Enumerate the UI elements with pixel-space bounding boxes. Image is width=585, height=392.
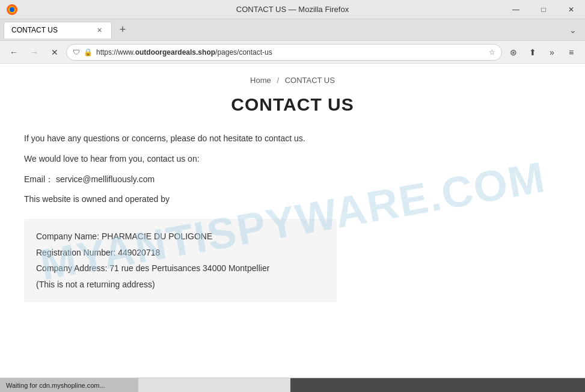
domain-highlight: outdoorgeardeals.shop bbox=[135, 48, 215, 57]
email-label: Email： bbox=[24, 173, 54, 187]
page-title: CONTACT US bbox=[24, 94, 561, 115]
breadcrumb-current: CONTACT US bbox=[285, 76, 335, 85]
forward-button: → bbox=[25, 43, 43, 61]
breadcrumb: Home / CONTACT US bbox=[24, 76, 561, 85]
reload-button[interactable]: ✕ bbox=[46, 43, 64, 61]
maximize-button[interactable]: □ bbox=[530, 0, 557, 19]
address-url[interactable]: https://www.outdoorgeardeals.shop/pages/… bbox=[96, 48, 485, 57]
titlebar: CONTACT US — Mozilla Firefox — □ ✕ bbox=[0, 0, 585, 19]
window-title: CONTACT US — Mozilla Firefox bbox=[236, 5, 349, 14]
address-label: Company Address: bbox=[36, 263, 107, 273]
owned-by-text: This website is owned and operated by bbox=[24, 192, 445, 207]
extensions-button[interactable]: » bbox=[543, 43, 561, 61]
menu-button[interactable]: ≡ bbox=[562, 43, 580, 61]
navbar: ← → ✕ 🛡 🔒 https://www.outdoorgeardeals.s… bbox=[0, 41, 585, 64]
page-content: MYANTISPYWARE.COM Home / CONTACT US CONT… bbox=[0, 64, 585, 378]
lock-icon: 🔒 bbox=[84, 48, 93, 57]
breadcrumb-separator: / bbox=[277, 76, 279, 85]
statusbar: Waiting for cdn.myshopline.com... bbox=[0, 378, 585, 392]
company-name-value: PHARMACIE DU POLIGONE bbox=[102, 231, 212, 241]
minimize-button[interactable]: — bbox=[502, 0, 530, 19]
contact-body: If you have any questions or concerns, p… bbox=[24, 132, 445, 207]
tab-overflow-button[interactable]: ⌄ bbox=[565, 22, 581, 38]
new-tab-button[interactable]: + bbox=[114, 22, 131, 38]
company-name-label: Company Name: bbox=[36, 231, 99, 241]
firefox-icon bbox=[6, 4, 18, 16]
statusbar-right bbox=[290, 378, 585, 392]
registration-line: Registration Number: 449020718 bbox=[36, 245, 325, 261]
pocket-button[interactable]: ⊛ bbox=[504, 43, 522, 61]
bookmark-icon[interactable]: ☆ bbox=[489, 48, 495, 57]
intro-text-2: We would love to hear from you, contact … bbox=[24, 152, 445, 167]
window-controls[interactable]: — □ ✕ bbox=[502, 0, 585, 19]
active-tab[interactable]: CONTACT US ✕ bbox=[4, 22, 112, 38]
address-bar[interactable]: 🛡 🔒 https://www.outdoorgeardeals.shop/pa… bbox=[66, 44, 502, 61]
tabbar: CONTACT US ✕ + ⌄ bbox=[0, 19, 585, 41]
address-note: (This is not a returning address) bbox=[36, 277, 325, 293]
nav-actions: ⊛ ⬆ » ≡ bbox=[504, 43, 580, 61]
address-value: 71 rue des Pertuisances 34000 Montpellie… bbox=[109, 263, 269, 273]
tab-close-button[interactable]: ✕ bbox=[94, 25, 104, 35]
breadcrumb-home[interactable]: Home bbox=[250, 76, 271, 85]
loading-text: Waiting for cdn.myshopline.com... bbox=[6, 382, 105, 389]
back-button[interactable]: ← bbox=[5, 43, 23, 61]
company-name-line: Company Name: PHARMACIE DU POLIGONE bbox=[36, 228, 325, 245]
shield-icon: 🛡 bbox=[73, 48, 80, 57]
reg-label: Registration Number: bbox=[36, 248, 115, 257]
email-line: Email： service@mellifluously.com bbox=[24, 173, 445, 187]
email-address[interactable]: service@mellifluously.com bbox=[56, 173, 155, 187]
svg-point-2 bbox=[10, 7, 14, 12]
close-button[interactable]: ✕ bbox=[557, 0, 585, 19]
address-line: Company Address: 71 rue des Pertuisances… bbox=[36, 260, 325, 277]
reg-value: 449020718 bbox=[118, 248, 160, 257]
loading-status: Waiting for cdn.myshopline.com... bbox=[0, 378, 138, 392]
company-info: Company Name: PHARMACIE DU POLIGONE Regi… bbox=[24, 219, 337, 302]
share-button[interactable]: ⬆ bbox=[524, 43, 542, 61]
intro-text-1: If you have any questions or concerns, p… bbox=[24, 132, 445, 146]
tab-label: CONTACT US bbox=[11, 26, 91, 34]
